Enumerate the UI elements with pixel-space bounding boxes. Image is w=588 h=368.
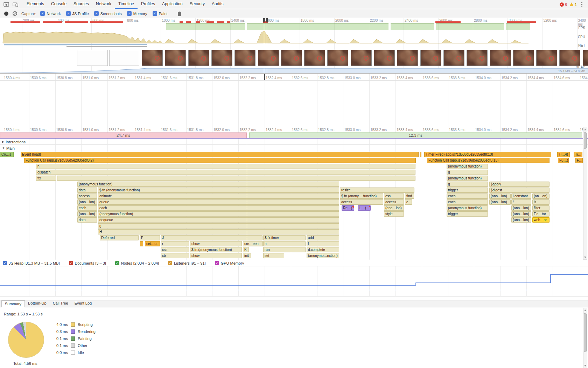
flame-bar[interactable]: web…or [532, 217, 550, 223]
overview-window-handle[interactable] [264, 18, 264, 74]
flame-bar[interactable]: Event (load) [21, 152, 419, 157]
flame-bar[interactable]: Deferred [100, 235, 139, 240]
flame-bar[interactable]: (ano…ion) [511, 211, 531, 217]
flame-bar[interactable]: Re…) [342, 205, 354, 211]
tab-timeline[interactable]: Timeline [115, 0, 138, 9]
flame-bar[interactable]: K [243, 247, 249, 252]
flame-bar[interactable]: Co…s [0, 152, 14, 157]
flame-bar[interactable]: (anonymo…nction) [307, 253, 339, 258]
flame-bar[interactable]: L…) [358, 205, 371, 211]
flame-bar[interactable]: show [190, 253, 242, 258]
flame-bar[interactable]: resize [340, 188, 414, 193]
flame-bar[interactable]: each [98, 205, 339, 211]
flame-bar[interactable]: css [384, 193, 404, 199]
checkbox-paint[interactable]: ✓ [153, 11, 157, 16]
kebab-menu-icon[interactable] [579, 1, 584, 7]
flame-bar[interactable]: g [447, 182, 488, 187]
screenshot-thumbnail[interactable] [467, 50, 488, 66]
flame-bar[interactable]: trigger [447, 188, 488, 193]
flame-bar[interactable]: each [447, 199, 488, 205]
flame-bar[interactable]: (ano…ion) [489, 193, 511, 199]
flame-bar[interactable]: is [532, 199, 550, 205]
overview-window-handle[interactable] [267, 18, 267, 74]
screenshot-thumbnail[interactable] [536, 50, 557, 66]
screenshot-thumbnail[interactable] [513, 50, 534, 66]
checkbox-screenshots[interactable]: ✓ [94, 11, 99, 16]
flame-bar[interactable]: (anonymous function) [447, 164, 488, 169]
flame-bar[interactable]: g [447, 170, 488, 175]
screenshot-thumbnail[interactable] [188, 50, 209, 66]
warning-badge[interactable]: 1 [569, 2, 577, 7]
capture-option-js-profile[interactable]: ✓JS Profile [66, 11, 89, 16]
tab-console[interactable]: Console [48, 0, 70, 9]
screenshot-thumbnail[interactable] [420, 50, 441, 66]
tab-profiles[interactable]: Profiles [138, 0, 159, 9]
counter-js-heap[interactable]: ✓JS Heap [31.3 MB – 31.5 MB] [3, 261, 60, 265]
counter-gpu-memory[interactable]: ✓GPU Memory [215, 261, 244, 265]
flame-bar[interactable]: r [161, 241, 189, 246]
capture-option-memory[interactable]: ✓Memory [127, 11, 147, 16]
counter-documents[interactable]: ✓Documents [3 – 3] [69, 261, 106, 265]
tab-application[interactable]: Application [159, 0, 186, 9]
flame-bar[interactable]: Function Call (app.js?1d536d5e2035edf8:1… [427, 158, 550, 163]
flame-bar[interactable]: run [263, 247, 306, 252]
flame-bar[interactable]: (anonymous function) [447, 176, 488, 181]
time-ruler[interactable]: 1530.4 ms1530.6 ms1530.8 ms1531.0 ms1531… [0, 127, 588, 132]
screenshot-thumbnail[interactable] [559, 50, 580, 66]
flame-bar[interactable]: Timer Fired (app.js?1d536d5e2035edf8:13) [424, 152, 551, 157]
flame-bar[interactable]: J [161, 235, 262, 240]
scroll-down-arrow[interactable] [583, 255, 587, 259]
flame-bar[interactable]: dequeue [98, 217, 339, 223]
tab-network[interactable]: Network [92, 0, 115, 9]
flame-bar[interactable]: find [405, 193, 414, 199]
screenshot-thumbnail[interactable] [165, 50, 186, 66]
garbage-collect-button[interactable] [177, 11, 182, 16]
screenshot-thumbnail[interactable] [351, 50, 372, 66]
screenshot-thumbnail[interactable] [142, 50, 163, 66]
main-track-header[interactable]: ▼ Main [0, 145, 588, 151]
flame-bar[interactable]: trigger [447, 211, 488, 217]
error-badge[interactable]: × 8 [560, 2, 567, 7]
checkbox-js-profile[interactable]: ✓ [66, 11, 71, 16]
flame-bar[interactable]: set [263, 253, 284, 258]
flame-bar[interactable]: Ti…4) [557, 152, 570, 157]
details-scrollbar[interactable] [583, 308, 587, 368]
counter-checkbox[interactable]: ✓ [3, 261, 7, 265]
screenshot-thumbnail[interactable] [397, 50, 418, 66]
checkbox-network[interactable]: ✓ [40, 11, 45, 16]
flame-bar[interactable]: (anonymous function) [447, 205, 488, 211]
flame-bar[interactable] [140, 241, 143, 246]
tab-security[interactable]: Security [186, 0, 208, 9]
flame-bar[interactable]: $.fn.(anonymous function) [98, 188, 339, 193]
timeline-overview[interactable]: 15.4 MB – 34.8 MB 200 ms400 ms600 ms800 … [0, 18, 588, 74]
flame-bar[interactable]: $.fn.(anony… function) [340, 193, 383, 199]
capture-option-screenshots[interactable]: ✓Screenshots [94, 11, 122, 16]
details-tab-summary[interactable]: Summary [1, 300, 25, 307]
flame-bar[interactable]: access [384, 199, 404, 205]
flame-bar[interactable] [57, 176, 415, 181]
time-ruler-top[interactable]: 1530.4 ms1530.6 ms1530.8 ms1531.0 ms1531… [0, 74, 588, 81]
flame-bar[interactable]: h [36, 164, 415, 169]
tab-elements[interactable]: Elements [23, 0, 48, 9]
flame-bar[interactable]: l.constant [511, 193, 531, 199]
flame-bar[interactable]: Function Call (app.js?1d536d5e2035edf8:2… [24, 158, 416, 163]
flame-bar[interactable]: (anonymous function) [77, 182, 339, 187]
counter-checkbox[interactable]: ✓ [215, 261, 219, 265]
capture-option-paint[interactable]: ✓Paint [153, 11, 168, 16]
flame-bar[interactable]: (anonymous function) [98, 211, 339, 217]
scrollbar-thumb[interactable] [584, 313, 587, 352]
flame-bar[interactable]: g [98, 223, 339, 229]
tab-audits[interactable]: Audits [208, 0, 227, 9]
flame-bar[interactable]: data [77, 217, 97, 223]
screenshot-thumbnail[interactable] [490, 50, 511, 66]
scrollbar-thumb[interactable] [584, 132, 587, 149]
screenshot-thumbnail[interactable] [443, 50, 464, 66]
flame-bar[interactable]: css [161, 247, 189, 252]
flame-bar[interactable]: F… [575, 158, 583, 163]
clear-recording-button[interactable] [13, 11, 17, 16]
scroll-up-arrow[interactable] [583, 127, 587, 131]
screenshot-thumbnail[interactable] [374, 50, 395, 66]
flame-bar[interactable]: (ano…ion) [77, 211, 97, 217]
flame-bar[interactable]: filter [532, 205, 550, 211]
flame-bar[interactable]: (ano…ion) [511, 205, 531, 211]
